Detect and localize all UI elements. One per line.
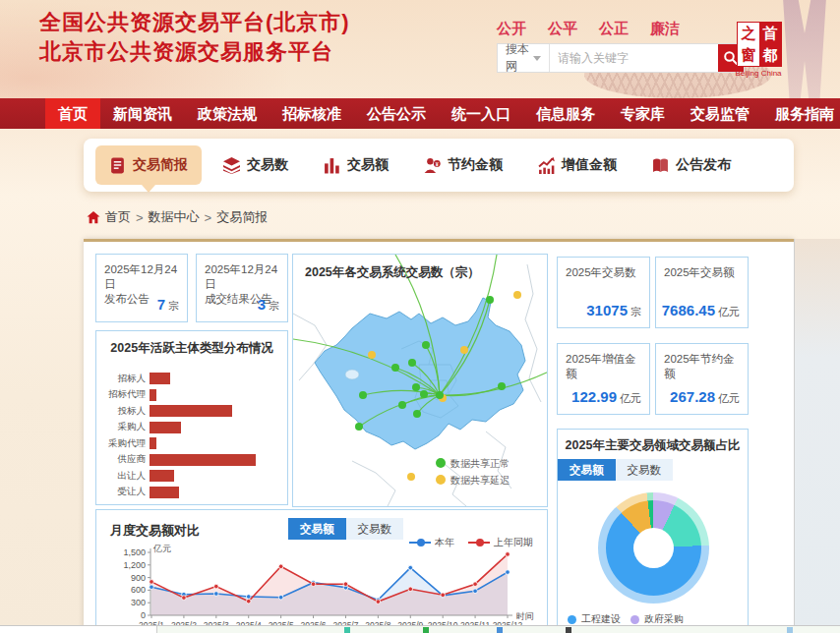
capital-window-logo[interactable]: 之 首 窗 都 xyxy=(737,22,782,67)
chevron-down-icon xyxy=(533,56,541,61)
crumb-data-center[interactable]: 数据中心 xyxy=(149,208,200,226)
section-tabbar: 交易简报 交易数 交易额 ¥ 节约金额 增值金额 公告发布 xyxy=(84,139,794,192)
search-input[interactable] xyxy=(550,44,718,72)
search-bar: 搜本网 xyxy=(497,43,745,73)
nav-item-3[interactable]: 招标核准 xyxy=(270,98,354,129)
bar-fill[interactable] xyxy=(150,422,181,433)
card-value: 7 xyxy=(157,296,165,313)
map-dot-normal[interactable] xyxy=(436,391,444,399)
chart-title: 2025年各交易系统交易数（宗） xyxy=(305,264,480,281)
map-dot-normal[interactable] xyxy=(359,391,367,399)
crumb-home[interactable]: 首页 xyxy=(105,208,131,226)
map-dot-normal[interactable] xyxy=(391,364,399,372)
card-unit: 亿元 xyxy=(718,306,740,317)
nav-item-0[interactable]: 首页 xyxy=(45,98,100,129)
map-dot-normal[interactable] xyxy=(422,341,430,349)
taskbar-fragment xyxy=(497,627,503,633)
crumb-current: 交易简报 xyxy=(216,208,268,226)
map-dot-delayed[interactable] xyxy=(407,473,415,481)
line-tab-count[interactable]: 交易数 xyxy=(346,518,404,540)
nav-item-9[interactable]: 服务指南 xyxy=(762,98,840,129)
bar-row: 招标代理 xyxy=(102,387,281,404)
cctv-tower-silhouette xyxy=(779,0,830,98)
map-dot-delayed[interactable] xyxy=(513,291,521,299)
bar-fill[interactable] xyxy=(150,487,179,498)
map-dot-normal[interactable] xyxy=(398,401,406,409)
domain-share-donut[interactable] xyxy=(598,492,709,604)
legend-dot xyxy=(630,615,639,624)
chart-title: 月度交易额对比 xyxy=(110,522,200,540)
map-dot-normal[interactable] xyxy=(413,410,421,418)
bar-fill[interactable] xyxy=(150,389,156,401)
card-deal-result-announcements[interactable]: 2025年12月24日 成交结果公告 3宗 xyxy=(196,254,288,322)
bar-fill[interactable] xyxy=(150,405,232,417)
nav-item-5[interactable]: 统一入口 xyxy=(439,98,523,129)
chart-card-monthly: 月度交易额对比 交易额 交易数 本年上年同期 03006009001,2001,… xyxy=(95,509,548,633)
link-integrity[interactable]: 廉洁 xyxy=(650,20,680,38)
bar-fill[interactable] xyxy=(150,470,174,482)
logo-caption: Beijing China xyxy=(724,69,793,78)
taskbar-fragment xyxy=(787,627,793,633)
bar-fill[interactable] xyxy=(150,454,256,466)
map-dot-normal[interactable] xyxy=(412,383,420,391)
beijing-map[interactable]: 数据共享正常数据共享延迟 xyxy=(293,255,547,506)
card-unit: 宗 xyxy=(630,306,641,317)
map-dot-normal[interactable] xyxy=(420,390,428,398)
tab-trade-amount[interactable]: 交易额 xyxy=(310,145,402,185)
tab-trade-count[interactable]: 交易数 xyxy=(210,145,302,185)
card-unit: 宗 xyxy=(168,300,179,312)
link-just[interactable]: 公正 xyxy=(599,20,629,38)
map-dot-delayed[interactable] xyxy=(460,346,468,354)
link-open[interactable]: 公开 xyxy=(497,20,526,38)
svg-text:数据共享正常: 数据共享正常 xyxy=(450,458,510,469)
map-dot-delayed[interactable] xyxy=(368,351,376,359)
map-dot-normal[interactable] xyxy=(498,382,506,390)
donut-tab-count[interactable]: 交易数 xyxy=(616,459,674,481)
card-value: 31075 xyxy=(586,302,628,318)
card-trade-count[interactable]: 2025年交易数 31075宗 xyxy=(557,257,650,328)
card-value-added[interactable]: 2025年增值金额 122.99亿元 xyxy=(557,343,650,415)
svg-text:600: 600 xyxy=(131,585,146,595)
bar-row: 采购人 xyxy=(102,420,281,436)
tab-value-added-amount[interactable]: 增值金额 xyxy=(524,145,630,185)
bar-label: 受让人 xyxy=(102,486,146,498)
map-dot-normal[interactable] xyxy=(486,296,494,304)
card-trade-amount[interactable]: 2025年交易额 7686.45亿元 xyxy=(655,257,749,328)
monthly-line-chart[interactable]: 03006009001,2001,5002025/12025/22025/320… xyxy=(96,544,549,633)
crumb-separator: > xyxy=(205,210,212,225)
bar-label: 采购代理 xyxy=(102,437,146,450)
svg-text:300: 300 xyxy=(131,598,146,607)
search-scope-select[interactable]: 搜本网 xyxy=(498,44,550,72)
map-dot-normal[interactable] xyxy=(408,359,416,367)
layers-icon xyxy=(223,157,240,174)
bar-fill[interactable] xyxy=(150,437,156,449)
tab-announcement-publish[interactable]: 公告发布 xyxy=(638,145,745,185)
tab-trade-brief[interactable]: 交易简报 xyxy=(95,145,202,185)
seal-char: 都 xyxy=(759,44,781,66)
bar-fill[interactable] xyxy=(150,373,170,384)
card-published-announcements[interactable]: 2025年12月24日 发布公告 7宗 xyxy=(95,254,188,322)
nav-item-4[interactable]: 公告公示 xyxy=(354,98,439,129)
card-value: 267.28 xyxy=(670,388,715,405)
taskbar-fragment xyxy=(344,627,350,633)
bar-label: 采购人 xyxy=(102,421,146,433)
legend-label: 政府采购 xyxy=(644,612,684,626)
link-fair[interactable]: 公平 xyxy=(548,20,577,38)
tab-label: 节约金额 xyxy=(448,156,503,174)
line-tab-amount[interactable]: 交易额 xyxy=(288,518,346,540)
tab-savings-amount[interactable]: ¥ 节约金额 xyxy=(410,145,516,185)
card-value: 3 xyxy=(258,296,266,313)
nav-item-7[interactable]: 专家库 xyxy=(608,98,678,129)
crumb-separator: > xyxy=(136,210,144,225)
legend-item[interactable]: 政府采购 xyxy=(630,612,684,626)
nav-item-1[interactable]: 新闻资讯 xyxy=(100,98,185,129)
nav-item-8[interactable]: 交易监管 xyxy=(678,98,762,129)
home-icon xyxy=(87,210,100,224)
map-dot-normal[interactable] xyxy=(355,423,363,431)
legend-item[interactable]: 工程建设 xyxy=(568,612,621,626)
donut-tab-amount[interactable]: 交易额 xyxy=(558,459,616,481)
nav-item-6[interactable]: 信息服务 xyxy=(523,98,608,129)
nav-item-2[interactable]: 政策法规 xyxy=(185,98,270,129)
bar-label: 供应商 xyxy=(102,453,146,466)
card-savings[interactable]: 2025年节约金额 267.28亿元 xyxy=(655,343,749,415)
